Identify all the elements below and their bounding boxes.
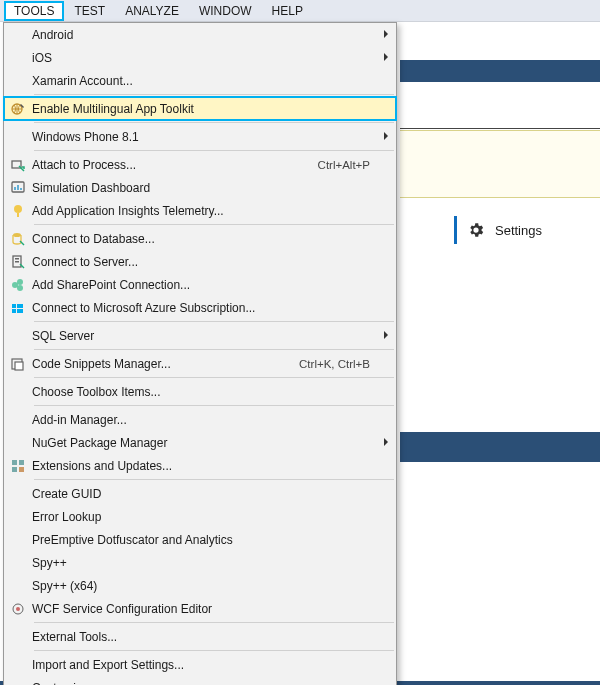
menu-item-shortcut: Ctrl+Alt+P xyxy=(318,159,378,171)
menubar-item-tools[interactable]: TOOLS xyxy=(4,1,64,21)
menu-item-simulation-dashboard[interactable]: Simulation Dashboard xyxy=(4,176,396,199)
svg-rect-18 xyxy=(12,460,17,465)
menu-item-xamarin-account[interactable]: Xamarin Account... xyxy=(4,69,396,92)
menu-item-label: NuGet Package Manager xyxy=(32,436,378,450)
menubar-item-window[interactable]: WINDOW xyxy=(189,1,262,21)
menu-item-choose-toolbox-items[interactable]: Choose Toolbox Items... xyxy=(4,380,396,403)
svg-rect-4 xyxy=(17,213,19,217)
menu-item-external-tools[interactable]: External Tools... xyxy=(4,625,396,648)
svg-rect-12 xyxy=(12,304,16,308)
svg-point-11 xyxy=(17,285,23,291)
menubar-item-test[interactable]: TEST xyxy=(64,1,115,21)
settings-label: Settings xyxy=(495,223,542,238)
svg-point-5 xyxy=(13,233,21,237)
svg-point-23 xyxy=(16,607,20,611)
menu-item-label: Import and Export Settings... xyxy=(32,658,378,672)
svg-rect-8 xyxy=(15,261,19,263)
menu-item-label: Android xyxy=(32,28,378,42)
attach-process-icon xyxy=(4,157,32,173)
menu-item-code-snippets-manager[interactable]: Code Snippets Manager...Ctrl+K, Ctrl+B xyxy=(4,352,396,375)
menu-item-sql-server[interactable]: SQL Server xyxy=(4,324,396,347)
gear-icon xyxy=(467,221,485,239)
menu-item-extensions-and-updates[interactable]: Extensions and Updates... xyxy=(4,454,396,477)
svg-point-9 xyxy=(12,282,18,288)
menu-item-label: Add Application Insights Telemetry... xyxy=(32,204,378,218)
menu-item-error-lookup[interactable]: Error Lookup xyxy=(4,505,396,528)
extensions-icon xyxy=(4,458,32,474)
menu-item-label: Extensions and Updates... xyxy=(32,459,378,473)
svg-rect-13 xyxy=(17,304,23,308)
menu-item-connect-to-server[interactable]: Connect to Server... xyxy=(4,250,396,273)
submenu-arrow-icon xyxy=(382,131,390,141)
wcf-icon xyxy=(4,601,32,617)
menu-item-connect-to-microsoft-azure-subscription[interactable]: Connect to Microsoft Azure Subscription.… xyxy=(4,296,396,319)
menu-item-spy-x64[interactable]: Spy++ (x64) xyxy=(4,574,396,597)
menu-separator xyxy=(34,349,394,350)
settings-nav-item[interactable]: Settings xyxy=(454,216,542,244)
menu-item-attach-to-process[interactable]: Attach to Process...Ctrl+Alt+P xyxy=(4,153,396,176)
menu-separator xyxy=(34,405,394,406)
bg-yellow-panel xyxy=(400,130,600,198)
menu-item-spy[interactable]: Spy++ xyxy=(4,551,396,574)
submenu-arrow-icon xyxy=(382,437,390,447)
menu-item-customize[interactable]: Customize... xyxy=(4,676,396,685)
svg-rect-14 xyxy=(12,309,16,313)
menu-separator xyxy=(34,122,394,123)
menu-item-preemptive-dotfuscator-and-analytics[interactable]: PreEmptive Dotfuscator and Analytics xyxy=(4,528,396,551)
menu-item-ios[interactable]: iOS xyxy=(4,46,396,69)
svg-rect-20 xyxy=(12,467,17,472)
svg-rect-19 xyxy=(19,460,24,465)
menu-separator xyxy=(34,650,394,651)
menu-item-label: Choose Toolbox Items... xyxy=(32,385,378,399)
sharepoint-icon xyxy=(4,277,32,293)
snippets-icon xyxy=(4,356,32,372)
tools-menu-dropdown: AndroidiOSXamarin Account...Enable Multi… xyxy=(3,22,397,685)
menu-item-label: Code Snippets Manager... xyxy=(32,357,299,371)
menu-item-enable-multilingual-app-toolkit[interactable]: Enable Multilingual App Toolkit xyxy=(4,97,396,120)
menu-item-label: PreEmptive Dotfuscator and Analytics xyxy=(32,533,378,547)
menu-item-label: WCF Service Configuration Editor xyxy=(32,602,378,616)
globe-wand-icon xyxy=(4,101,32,117)
menu-item-label: Attach to Process... xyxy=(32,158,318,172)
menu-item-label: Add SharePoint Connection... xyxy=(32,278,378,292)
svg-point-10 xyxy=(17,279,23,285)
menu-item-import-and-export-settings[interactable]: Import and Export Settings... xyxy=(4,653,396,676)
app-insights-icon xyxy=(4,203,32,219)
svg-rect-15 xyxy=(17,309,23,313)
menu-item-windows-phone-8-1[interactable]: Windows Phone 8.1 xyxy=(4,125,396,148)
menu-item-add-application-insights-telemetry[interactable]: Add Application Insights Telemetry... xyxy=(4,199,396,222)
menu-item-label: Connect to Microsoft Azure Subscription.… xyxy=(32,301,378,315)
menubar: TOOLSTESTANALYZEWINDOWHELP xyxy=(0,0,600,22)
menu-separator xyxy=(34,377,394,378)
menu-item-create-guid[interactable]: Create GUID xyxy=(4,482,396,505)
menu-item-label: External Tools... xyxy=(32,630,378,644)
menu-item-wcf-service-configuration-editor[interactable]: WCF Service Configuration Editor xyxy=(4,597,396,620)
menu-item-nuget-package-manager[interactable]: NuGet Package Manager xyxy=(4,431,396,454)
menu-item-add-in-manager[interactable]: Add-in Manager... xyxy=(4,408,396,431)
menu-item-label: Simulation Dashboard xyxy=(32,181,378,195)
menu-item-connect-to-database[interactable]: Connect to Database... xyxy=(4,227,396,250)
bg-divider xyxy=(400,128,600,129)
submenu-arrow-icon xyxy=(382,29,390,39)
menu-item-label: SQL Server xyxy=(32,329,378,343)
menu-item-label: Connect to Database... xyxy=(32,232,378,246)
menu-item-label: Spy++ xyxy=(32,556,378,570)
menu-item-label: Windows Phone 8.1 xyxy=(32,130,378,144)
menu-item-label: Enable Multilingual App Toolkit xyxy=(32,102,378,116)
menu-item-label: Xamarin Account... xyxy=(32,74,378,88)
menu-separator xyxy=(34,321,394,322)
menu-item-label: Create GUID xyxy=(32,487,378,501)
menu-separator xyxy=(34,622,394,623)
menu-separator xyxy=(34,479,394,480)
menu-item-add-sharepoint-connection[interactable]: Add SharePoint Connection... xyxy=(4,273,396,296)
menu-item-label: Add-in Manager... xyxy=(32,413,378,427)
svg-rect-21 xyxy=(19,467,24,472)
sim-dashboard-icon xyxy=(4,180,32,196)
azure-icon xyxy=(4,300,32,316)
menu-separator xyxy=(34,224,394,225)
menu-item-android[interactable]: Android xyxy=(4,23,396,46)
menu-item-label: iOS xyxy=(32,51,378,65)
menubar-item-analyze[interactable]: ANALYZE xyxy=(115,1,189,21)
menubar-item-help[interactable]: HELP xyxy=(262,1,313,21)
menu-separator xyxy=(34,94,394,95)
